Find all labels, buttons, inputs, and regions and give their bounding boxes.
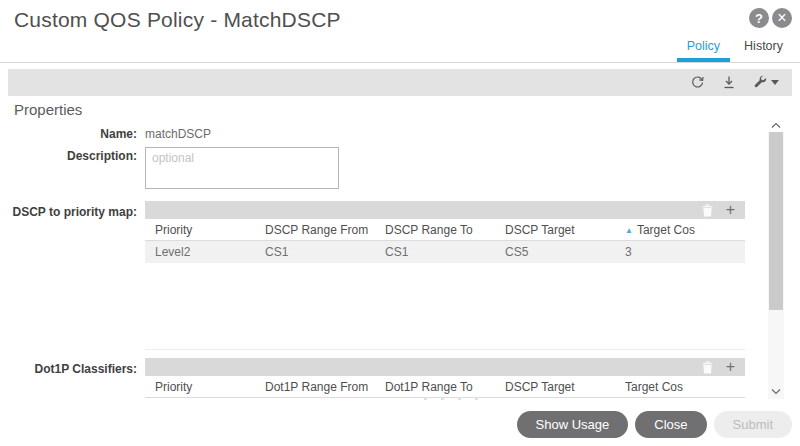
column-header-priority[interactable]: Priority	[145, 380, 255, 394]
description-input[interactable]	[145, 147, 339, 189]
dot1p-table-header: Priority Dot1P Range From Dot1P Range To…	[145, 376, 745, 398]
dot1p-row: Dot1P Classifiers: + Priority Dot1P Rang…	[0, 358, 800, 398]
trash-icon[interactable]	[702, 204, 713, 217]
vertical-scrollbar[interactable]	[768, 118, 784, 399]
submit-button[interactable]: Submit	[714, 411, 792, 438]
dot1p-classifiers-table: + Priority Dot1P Range From Dot1P Range …	[145, 358, 745, 398]
header-icons: ? ×	[749, 8, 792, 28]
column-header-dscp-target[interactable]: DSCP Target	[495, 380, 615, 394]
column-header-priority[interactable]: Priority	[145, 223, 255, 237]
dscp-map-row: DSCP to priority map: + Priority DSCP Ra…	[0, 201, 800, 350]
close-button[interactable]: Close	[635, 411, 706, 438]
dscp-table-empty-area	[145, 263, 745, 349]
tools-menu-icon[interactable]	[753, 75, 779, 90]
dscp-priority-table: + Priority DSCP Range From DSCP Range To…	[145, 201, 745, 350]
column-header-target-cos[interactable]: ▲Target Cos	[615, 223, 745, 237]
cell-priority: Level2	[145, 245, 255, 259]
tab-history[interactable]: History	[732, 33, 795, 62]
dialog-footer: Show Usage Close Submit	[0, 402, 800, 446]
refresh-icon[interactable]	[690, 75, 705, 90]
add-row-icon[interactable]: +	[726, 202, 735, 218]
cell-dscp-range-from: CS1	[255, 245, 375, 259]
cell-target-cos: 3	[615, 245, 745, 259]
name-row: Name: matchDSCP	[0, 125, 800, 141]
table-row[interactable]: Level2 CS1 CS1 CS5 3	[145, 241, 745, 263]
custom-qos-policy-dialog: Custom QOS Policy - MatchDSCP ? × Policy…	[0, 0, 800, 446]
scroll-up-icon[interactable]	[768, 118, 784, 132]
dialog-header: Custom QOS Policy - MatchDSCP ? × Policy…	[0, 0, 800, 63]
dot1p-table-toolbar: +	[145, 358, 745, 376]
trash-icon[interactable]	[702, 361, 713, 374]
column-header-dscp-target[interactable]: DSCP Target	[495, 223, 615, 237]
show-usage-button[interactable]: Show Usage	[517, 411, 629, 438]
scrollbar-thumb[interactable]	[769, 132, 783, 310]
cell-dscp-range-to: CS1	[375, 245, 495, 259]
close-icon[interactable]: ×	[772, 8, 792, 28]
add-row-icon[interactable]: +	[726, 359, 735, 375]
page-title: Custom QOS Policy - MatchDSCP	[14, 8, 341, 32]
dot1p-table-label: Dot1P Classifiers:	[0, 358, 145, 376]
properties-panel: Properties Name: matchDSCP Description: …	[0, 96, 800, 402]
name-value: matchDSCP	[145, 125, 211, 141]
column-header-dot1p-range-from[interactable]: Dot1P Range From	[255, 380, 375, 394]
dscp-table-label: DSCP to priority map:	[0, 201, 145, 219]
pagination-cutoff	[424, 397, 490, 400]
name-label: Name:	[0, 125, 145, 141]
dscp-table-header: Priority DSCP Range From DSCP Range To D…	[145, 219, 745, 241]
chevron-down-icon	[771, 80, 779, 85]
action-toolbar	[8, 69, 792, 96]
column-header-dscp-range-to[interactable]: DSCP Range To	[375, 223, 495, 237]
column-header-target-cos-label: Target Cos	[637, 223, 695, 237]
tab-bar: Policy History	[675, 33, 795, 62]
description-row: Description:	[0, 147, 800, 189]
dscp-table-toolbar: +	[145, 201, 745, 219]
description-label: Description:	[0, 147, 145, 163]
column-header-dscp-range-from[interactable]: DSCP Range From	[255, 223, 375, 237]
column-header-target-cos[interactable]: Target Cos	[615, 380, 745, 394]
column-header-dot1p-range-to[interactable]: Dot1P Range To	[375, 380, 495, 394]
help-icon[interactable]: ?	[749, 8, 769, 28]
sort-ascending-icon: ▲	[625, 226, 633, 235]
tab-policy[interactable]: Policy	[675, 33, 732, 62]
scroll-down-icon[interactable]	[768, 385, 784, 397]
scrollbar-track	[768, 132, 784, 399]
cell-dscp-target: CS5	[495, 245, 615, 259]
download-icon[interactable]	[722, 75, 736, 90]
properties-heading: Properties	[14, 101, 800, 118]
